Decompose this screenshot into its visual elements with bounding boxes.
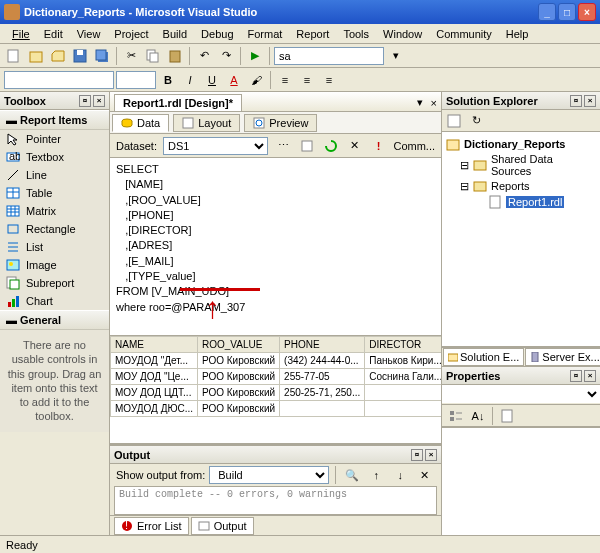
tool-matrix[interactable]: Matrix — [0, 202, 109, 220]
tab-close-icon[interactable]: × — [427, 95, 441, 111]
align-left-icon[interactable]: ≡ — [275, 70, 295, 90]
svg-rect-0 — [8, 50, 18, 62]
open-icon[interactable] — [48, 46, 68, 66]
tab-data[interactable]: Data — [112, 114, 169, 132]
find-dropdown-icon[interactable]: ▾ — [386, 46, 406, 66]
results-grid[interactable]: NAME ROO_VALUE PHONE DIRECTOR AD МОУДОД … — [110, 335, 441, 443]
redo-icon[interactable]: ↷ — [216, 46, 236, 66]
menu-edit[interactable]: Edit — [38, 26, 69, 42]
output-close-icon[interactable]: × — [425, 449, 437, 461]
menu-view[interactable]: View — [71, 26, 107, 42]
italic-icon[interactable]: I — [180, 70, 200, 90]
menu-tools[interactable]: Tools — [337, 26, 375, 42]
font-combo[interactable] — [4, 71, 114, 89]
bgcolor-icon[interactable]: 🖌 — [246, 70, 266, 90]
output-prev-icon[interactable]: ↑ — [366, 465, 386, 485]
menu-format[interactable]: Format — [242, 26, 289, 42]
menu-help[interactable]: Help — [500, 26, 535, 42]
minimize-button[interactable]: _ — [538, 3, 556, 21]
properties-grid[interactable] — [442, 427, 600, 535]
menu-file[interactable]: File — [6, 26, 36, 42]
run-icon[interactable]: ▶ — [245, 46, 265, 66]
alphabetical-icon[interactable]: A↓ — [468, 406, 488, 426]
output-pin-icon[interactable]: ¤ — [411, 449, 423, 461]
col-name[interactable]: NAME — [111, 337, 198, 353]
output-source-select[interactable]: Build — [209, 466, 329, 484]
dataset-run-icon[interactable]: ! — [370, 136, 388, 156]
tab-dropdown-icon[interactable]: ▾ — [413, 94, 427, 111]
new-project-icon[interactable] — [4, 46, 24, 66]
fontsize-combo[interactable] — [116, 71, 156, 89]
tool-image[interactable]: Image — [0, 256, 109, 274]
dataset-new-icon[interactable]: ⋯ — [274, 136, 292, 156]
close-button[interactable]: × — [578, 3, 596, 21]
col-phone[interactable]: PHONE — [280, 337, 365, 353]
tool-line[interactable]: Line — [0, 166, 109, 184]
underline-icon[interactable]: U — [202, 70, 222, 90]
format-toolbar: B I U A 🖌 ≡ ≡ ≡ — [0, 68, 600, 92]
document-tab[interactable]: Report1.rdl [Design]* — [114, 94, 242, 111]
output-text[interactable]: Build complete -- 0 errors, 0 warnings — [114, 486, 437, 515]
copy-icon[interactable] — [143, 46, 163, 66]
maximize-button[interactable]: □ — [558, 3, 576, 21]
save-icon[interactable] — [70, 46, 90, 66]
tool-subreport[interactable]: Subreport — [0, 274, 109, 292]
bold-icon[interactable]: B — [158, 70, 178, 90]
find-combo[interactable] — [274, 47, 384, 65]
toolbox-pin-icon[interactable]: ¤ — [79, 95, 91, 107]
tab-error-list[interactable]: !Error List — [114, 517, 189, 535]
col-director[interactable]: DIRECTOR — [365, 337, 441, 353]
output-next-icon[interactable]: ↓ — [390, 465, 410, 485]
toolbox-section-report-items[interactable]: ▬ Report Items — [0, 110, 109, 130]
tool-table[interactable]: Table — [0, 184, 109, 202]
report-file[interactable]: Report1.rdl — [506, 196, 564, 208]
solution-tree[interactable]: Dictionary_Reports ⊟Shared Data Sources … — [442, 132, 600, 347]
undo-icon[interactable]: ↶ — [194, 46, 214, 66]
menu-community[interactable]: Community — [430, 26, 498, 42]
tool-pointer[interactable]: Pointer — [0, 130, 109, 148]
svg-point-25 — [9, 262, 13, 266]
dataset-delete-icon[interactable]: ✕ — [346, 136, 364, 156]
align-center-icon[interactable]: ≡ — [297, 70, 317, 90]
properties-pin-icon[interactable]: ¤ — [570, 370, 582, 382]
fgcolor-icon[interactable]: A — [224, 70, 244, 90]
menu-window[interactable]: Window — [377, 26, 428, 42]
menu-report[interactable]: Report — [290, 26, 335, 42]
menu-build[interactable]: Build — [157, 26, 193, 42]
tool-rectangle[interactable]: Rectangle — [0, 220, 109, 238]
save-all-icon[interactable] — [92, 46, 112, 66]
dataset-edit-icon[interactable] — [298, 136, 316, 156]
prop-pages-icon[interactable] — [497, 406, 517, 426]
tab-server-explorer[interactable]: Server Ex... — [525, 348, 600, 366]
properties-close-icon[interactable]: × — [584, 370, 596, 382]
tab-layout[interactable]: Layout — [173, 114, 240, 132]
dataset-label: Dataset: — [116, 140, 157, 152]
col-roo[interactable]: ROO_VALUE — [198, 337, 280, 353]
output-find-icon[interactable]: 🔍 — [342, 465, 362, 485]
toolbox-close-icon[interactable]: × — [93, 95, 105, 107]
solution-pin-icon[interactable]: ¤ — [570, 95, 582, 107]
paste-icon[interactable] — [165, 46, 185, 66]
cut-icon[interactable]: ✂ — [121, 46, 141, 66]
add-item-icon[interactable] — [26, 46, 46, 66]
svg-text:!: ! — [125, 520, 128, 531]
categorized-icon[interactable] — [446, 406, 466, 426]
align-right-icon[interactable]: ≡ — [319, 70, 339, 90]
tool-list[interactable]: List — [0, 238, 109, 256]
toolbox-section-general[interactable]: ▬ General — [0, 310, 109, 330]
output-clear-icon[interactable]: ✕ — [414, 465, 434, 485]
tool-textbox[interactable]: abTextbox — [0, 148, 109, 166]
dataset-refresh-icon[interactable] — [322, 136, 340, 156]
dataset-select[interactable]: DS1 — [163, 137, 269, 155]
tab-output[interactable]: Output — [191, 517, 254, 535]
menu-project[interactable]: Project — [108, 26, 154, 42]
sql-editor[interactable]: SELECT [NAME] ,[ROO_VALUE] ,[PHONE] ,[DI… — [110, 158, 441, 335]
solution-close-icon[interactable]: × — [584, 95, 596, 107]
properties-object-select[interactable] — [442, 385, 600, 403]
solution-refresh-icon[interactable]: ↻ — [466, 111, 486, 131]
tool-chart[interactable]: Chart — [0, 292, 109, 310]
menu-debug[interactable]: Debug — [195, 26, 239, 42]
tab-solution-explorer[interactable]: Solution E... — [443, 348, 524, 366]
solution-properties-icon[interactable] — [444, 111, 464, 131]
tab-preview[interactable]: Preview — [244, 114, 317, 132]
